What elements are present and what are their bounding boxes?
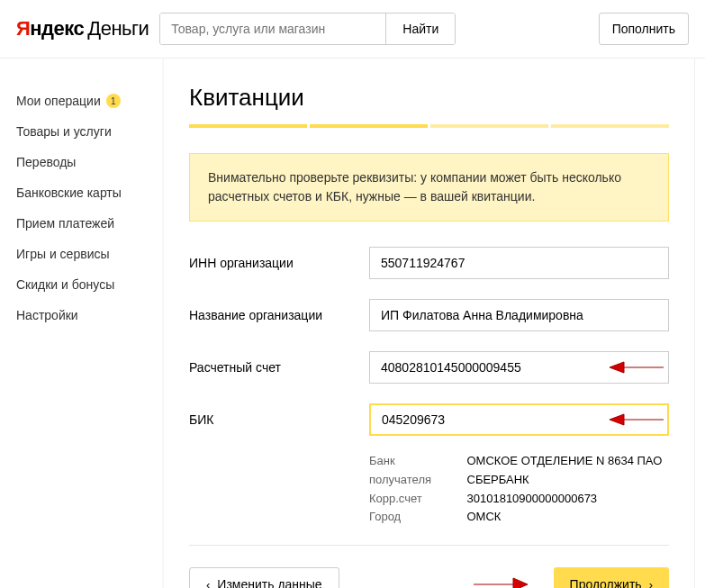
annotation-arrow-icon (472, 574, 529, 588)
row-account: Расчетный счет (189, 351, 669, 384)
row-inn: ИНН организации (189, 247, 669, 279)
badge: 1 (106, 94, 121, 108)
chevron-left-icon: ‹ (206, 578, 210, 588)
sidebar-item-label: Прием платежей (16, 216, 114, 231)
corr-value: 30101810900000000673 (467, 490, 670, 509)
sidebar-item-goods[interactable]: Товары и услуги (16, 116, 162, 147)
bik-input[interactable] (369, 403, 669, 436)
main-content: Квитанции Внимательно проверьте реквизит… (164, 59, 694, 588)
sidebar-item-receive[interactable]: Прием платежей (16, 208, 162, 239)
bank-name-value: ОМСКОЕ ОТДЕЛЕНИЕ N 8634 ПАО СБЕРБАНК (467, 452, 670, 490)
sidebar-item-label: Мои операции (16, 94, 101, 108)
inn-label: ИНН организации (189, 256, 369, 270)
inn-input[interactable] (369, 247, 669, 279)
bik-label: БИК (189, 412, 369, 427)
account-label: Расчетный счет (189, 360, 369, 375)
progress-step-2 (310, 124, 428, 128)
sidebar-item-label: Настройки (16, 308, 78, 322)
chevron-right-icon: › (649, 578, 653, 588)
sidebar-item-label: Банковские карты (16, 185, 122, 200)
logo-ya: Я (16, 17, 30, 41)
topup-button[interactable]: Пополнить (599, 13, 689, 45)
back-button-label: Изменить данные (217, 577, 321, 588)
bank-name-label: Банк получателя (369, 452, 440, 490)
bank-info: Банк получателя Корр.счет Город ОМСКОЕ О… (369, 452, 669, 527)
sidebar-item-transfers[interactable]: Переводы (16, 147, 162, 177)
bank-info-values: ОМСКОЕ ОТДЕЛЕНИЕ N 8634 ПАО СБЕРБАНК 301… (467, 452, 670, 527)
sidebar-item-discounts[interactable]: Скидки и бонусы (16, 269, 162, 300)
sidebar: Мои операции 1 Товары и услуги Переводы … (0, 59, 162, 588)
bank-info-labels: Банк получателя Корр.счет Город (369, 452, 440, 527)
city-value: ОМСК (467, 508, 670, 527)
action-bar: ‹ Изменить данные Продолжить › (189, 567, 669, 588)
progress-bar (189, 124, 669, 128)
search-box: Найти (159, 13, 456, 45)
org-name-label: Название организации (189, 308, 369, 322)
sidebar-item-operations[interactable]: Мои операции 1 (16, 86, 162, 116)
notice-box: Внимательно проверьте реквизиты: у компа… (189, 153, 669, 222)
continue-button[interactable]: Продолжить › (554, 567, 669, 588)
sidebar-item-label: Переводы (16, 155, 76, 169)
progress-step-1 (189, 124, 307, 128)
city-label: Город (369, 508, 440, 527)
row-name: Название организации (189, 299, 669, 331)
sidebar-item-settings[interactable]: Настройки (16, 300, 162, 330)
header: Яндекс Деньги Найти Пополнить (0, 0, 705, 59)
corr-label: Корр.счет (369, 490, 440, 509)
account-input[interactable] (369, 351, 669, 384)
logo-money: Деньги (87, 17, 149, 41)
continue-button-label: Продолжить (570, 577, 642, 588)
search-input[interactable] (160, 14, 385, 44)
divider (189, 545, 669, 546)
right-strip (694, 59, 705, 588)
progress-step-4 (551, 124, 669, 128)
logo[interactable]: Яндекс Деньги (16, 17, 149, 41)
org-name-input[interactable] (369, 299, 669, 331)
page-title: Квитанции (189, 59, 669, 124)
sidebar-item-label: Товары и услуги (16, 124, 112, 139)
sidebar-item-games[interactable]: Игры и сервисы (16, 239, 162, 269)
logo-ndex: ндекс (30, 17, 84, 41)
search-button[interactable]: Найти (385, 14, 455, 44)
layout: Мои операции 1 Товары и услуги Переводы … (0, 59, 705, 588)
sidebar-item-label: Скидки и бонусы (16, 277, 114, 292)
row-bik: БИК (189, 403, 669, 436)
progress-step-3 (430, 124, 548, 128)
sidebar-item-cards[interactable]: Банковские карты (16, 177, 162, 208)
sidebar-item-label: Игры и сервисы (16, 247, 110, 261)
back-button[interactable]: ‹ Изменить данные (189, 567, 339, 588)
